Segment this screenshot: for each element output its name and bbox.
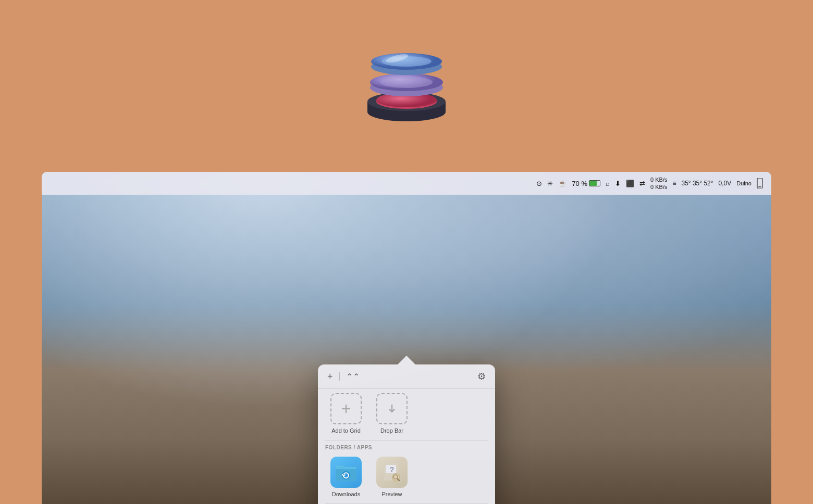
battery-label: 70 %	[572, 180, 587, 187]
theine-icon[interactable]: ☕	[558, 180, 566, 187]
screencapture-icon[interactable]: ⬛	[626, 180, 634, 187]
dropzone-icon[interactable]: ⬇	[615, 180, 621, 187]
app-icon-area	[360, 21, 453, 125]
collapse-button[interactable]: ⌃⌃	[344, 371, 362, 383]
menubar: ⊙ ✳ ☕ 70 % ⌕ ⬇ ⬛ ⇄ 0 KB/s0 KB/s ≡ 35° 35…	[42, 172, 771, 195]
panel-header-left: + ⌃⌃	[325, 370, 362, 383]
popup-panel: + ⌃⌃ ⚙ Add to Grid Drop Bar FOL	[318, 364, 495, 504]
battery-bar	[589, 180, 600, 186]
gear-button[interactable]: ⚙	[475, 370, 488, 383]
voltage-label: 0,0V	[719, 180, 732, 187]
battery-percent[interactable]: 70 %	[572, 180, 600, 187]
preview-icon: ?	[376, 457, 408, 488]
downloads-icon	[330, 457, 362, 488]
svg-text:?: ?	[390, 465, 395, 474]
add-section: Add to Grid Drop Bar	[318, 389, 495, 440]
iphone-icon[interactable]	[757, 178, 763, 188]
bartender-icon[interactable]: ⇄	[639, 180, 645, 187]
network-stats: 0 KB/s0 KB/s	[650, 176, 667, 191]
add-to-grid-label: Add to Grid	[331, 427, 361, 434]
drop-bar-icon	[376, 393, 408, 424]
search-icon[interactable]: ⌕	[606, 180, 610, 187]
drop-bar-item[interactable]: Drop Bar	[371, 393, 413, 434]
temp-stats: 35° 35° 52°	[681, 180, 713, 187]
popup-arrow	[397, 356, 416, 365]
svg-rect-13	[758, 186, 761, 187]
bluetooth-icon[interactable]: ✳	[547, 180, 553, 187]
folders-section-label: FOLDERS / APPS	[318, 440, 495, 452]
add-to-grid-item[interactable]: Add to Grid	[325, 393, 367, 434]
istatmenus-icon[interactable]: ≡	[672, 180, 676, 187]
yoink-app-icon	[360, 21, 453, 125]
panel-header: + ⌃⌃ ⚙	[318, 364, 495, 389]
header-separator	[339, 372, 340, 381]
duino-label: Duino	[736, 180, 752, 186]
downloads-item[interactable]: Downloads	[325, 457, 367, 497]
add-button[interactable]: +	[325, 370, 335, 383]
preview-label: Preview	[381, 491, 402, 497]
svg-point-7	[380, 77, 433, 88]
preview-item[interactable]: ? Preview	[371, 457, 413, 497]
drop-bar-label: Drop Bar	[380, 427, 403, 434]
downloads-label: Downloads	[332, 491, 360, 497]
1password-icon[interactable]: ⊙	[536, 180, 542, 187]
folders-section: Downloads ?	[318, 452, 495, 503]
add-to-grid-icon	[330, 393, 362, 424]
desktop: ⊙ ✳ ☕ 70 % ⌕ ⬇ ⬛ ⇄ 0 KB/s0 KB/s ≡ 35° 35…	[42, 172, 771, 504]
